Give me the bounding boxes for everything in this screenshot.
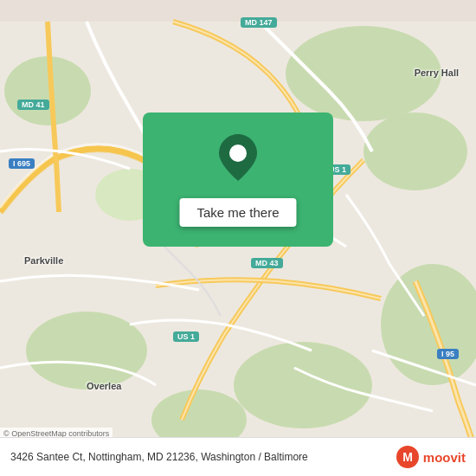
take-me-there-button[interactable]: Take me there [179,198,296,227]
location-pin [219,134,257,184]
road-badge-md43: MD 43 [251,258,283,268]
moovit-text: moovit [423,450,466,465]
road-badge-md147: MD 147 [241,17,277,28]
svg-point-3 [234,342,372,428]
place-label-overlea: Overlea [87,381,121,391]
moovit-logo: M moovit [396,445,466,469]
svg-point-9 [229,145,247,162]
place-label-parkville: Parkville [24,255,63,266]
bottom-bar: 3426 Santee Ct, Nottingham, MD 21236, Wa… [0,437,476,476]
moovit-bus-icon: M [396,445,420,469]
road-badge-us1-south: US 1 [173,331,199,342]
map-container: MD 147 MD 41 I 695 US 1 MD 43 US 1 I 95 … [0,0,476,476]
svg-point-4 [26,312,147,389]
road-badge-md41: MD 41 [17,100,49,110]
place-label-perry-hall: Perry Hall [415,68,459,78]
svg-point-2 [363,113,467,190]
address-text: 3426 Santee Ct, Nottingham, MD 21236, Wa… [10,451,396,463]
road-badge-i695: I 695 [9,158,35,169]
svg-text:M: M [402,450,413,464]
road-badge-i95: I 95 [437,349,459,359]
